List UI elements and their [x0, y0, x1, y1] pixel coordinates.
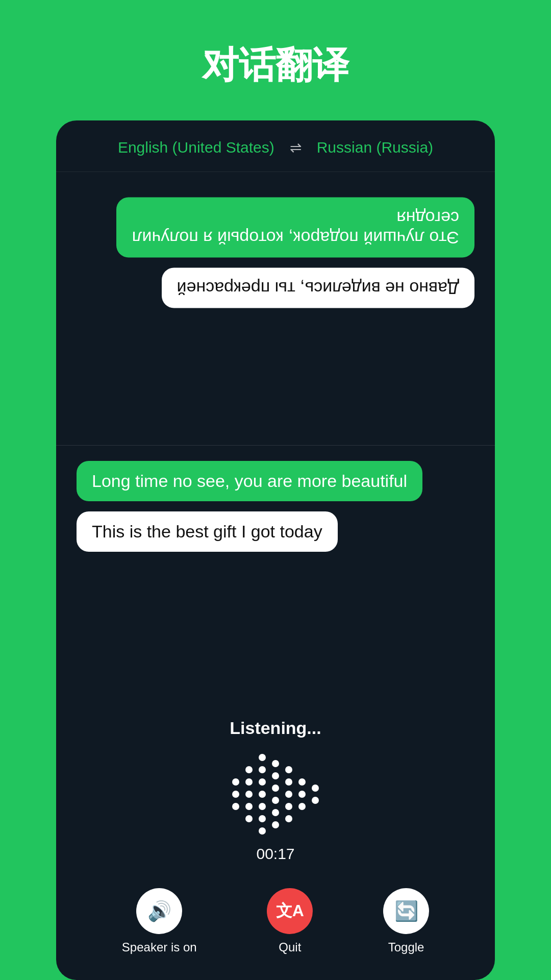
dot: [272, 785, 279, 792]
speaker-icon: 🔊: [147, 900, 171, 922]
wave-col-6: [298, 778, 306, 810]
translation-card: English (United States) ⇌ Russian (Russi…: [56, 120, 495, 980]
dot: [259, 815, 266, 822]
dot: [259, 791, 266, 798]
lang-left[interactable]: English (United States): [118, 139, 274, 156]
dot: [232, 803, 239, 810]
dot: [245, 778, 253, 786]
listening-label: Listening...: [230, 718, 321, 738]
wave-col-1: [232, 778, 239, 810]
toggle-button[interactable]: 🔄: [383, 888, 429, 934]
dot: [232, 791, 239, 798]
lower-messages: Long time no see, you are more beautiful…: [56, 445, 495, 708]
dot: [285, 778, 292, 786]
waveform: [232, 753, 319, 835]
dot: [272, 809, 279, 816]
dot: [272, 760, 279, 767]
language-bar: English (United States) ⇌ Russian (Russi…: [56, 120, 495, 172]
dot: [285, 803, 292, 810]
wave-col-7: [312, 785, 319, 804]
upper-messages: Давно не виделись, ты прекрасней Это луч…: [56, 182, 495, 445]
speaker-control: 🔊 Speaker is on: [122, 888, 197, 954]
bubble-russian-2: Давно не виделись, ты прекрасней: [162, 268, 474, 308]
dot: [298, 778, 306, 786]
dot: [259, 766, 266, 773]
dot: [272, 797, 279, 804]
bubble-english-2: This is the best gift I got today: [77, 511, 338, 552]
toggle-control: 🔄 Toggle: [383, 888, 429, 954]
bottom-controls: 🔊 Speaker is on 文A Quit 🔄 Toggle: [56, 883, 495, 980]
dot: [312, 797, 319, 804]
dot: [232, 778, 239, 786]
dot: [312, 785, 319, 792]
dot: [259, 778, 266, 786]
quit-button[interactable]: 文A: [267, 888, 313, 934]
dot: [245, 791, 253, 798]
dot: [245, 803, 253, 810]
timer: 00:17: [256, 845, 294, 863]
dot: [298, 791, 306, 798]
dot: [285, 815, 292, 822]
wave-col-2: [245, 766, 253, 822]
listening-section: Listening...: [56, 708, 495, 883]
quit-control: 文A Quit: [267, 888, 313, 954]
quit-icon: 文A: [276, 900, 304, 922]
dot: [272, 821, 279, 828]
speaker-label: Speaker is on: [122, 940, 197, 954]
lang-right[interactable]: Russian (Russia): [317, 139, 433, 156]
wave-col-4: [272, 760, 279, 828]
dot: [285, 791, 292, 798]
dot: [245, 815, 253, 822]
dot: [298, 803, 306, 810]
dot: [259, 803, 266, 810]
swap-icon[interactable]: ⇌: [290, 139, 302, 156]
toggle-label: Toggle: [388, 940, 424, 954]
bubble-russian-1: Это лучший подарок, который я получил се…: [116, 198, 474, 258]
bubble-english-1: Long time no see, you are more beautiful: [77, 461, 422, 501]
quit-label: Quit: [279, 940, 301, 954]
dot: [259, 754, 266, 761]
conversation-area: Давно не виделись, ты прекрасней Это луч…: [56, 172, 495, 708]
dot: [245, 766, 253, 773]
speaker-button[interactable]: 🔊: [136, 888, 182, 934]
wave-col-5: [285, 766, 292, 822]
dot: [272, 772, 279, 779]
wave-col-3: [259, 754, 266, 835]
toggle-icon: 🔄: [394, 900, 418, 922]
dot: [285, 766, 292, 773]
page-title: 对话翻译: [202, 41, 349, 90]
dot: [259, 827, 266, 835]
